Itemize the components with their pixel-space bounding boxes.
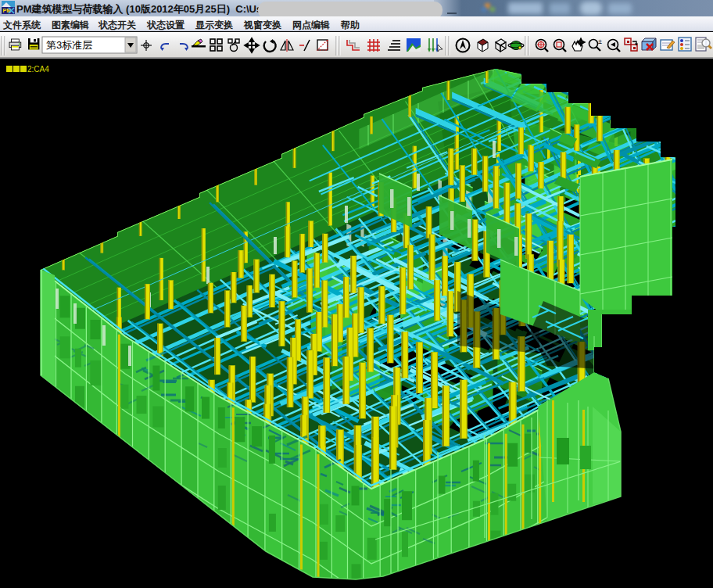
svg-text:第3标准层: 第3标准层 (46, 39, 92, 51)
svg-text:2:CA4: 2:CA4 (27, 65, 49, 74)
svg-text:±: ± (598, 38, 602, 45)
